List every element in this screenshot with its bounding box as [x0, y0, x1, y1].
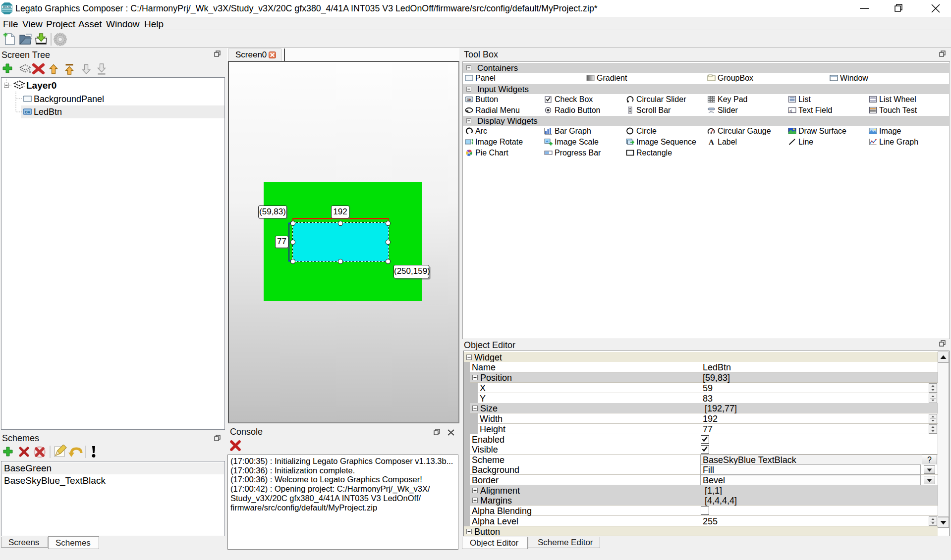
svg-text:x|: x|: [789, 109, 792, 113]
svg-text:OK: OK: [25, 110, 31, 114]
svg-text:MPLAB: MPLAB: [3, 6, 11, 8]
svg-text:OK: OK: [467, 98, 472, 102]
svg-text:A: A: [709, 138, 714, 146]
